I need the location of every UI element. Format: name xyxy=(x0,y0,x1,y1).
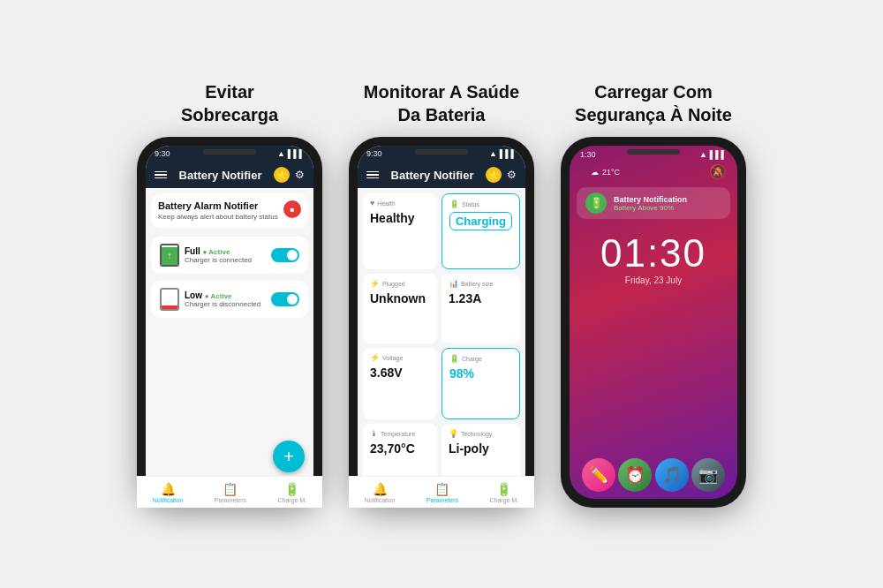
cell-voltage: ⚡ Voltage 3.68V xyxy=(363,348,437,419)
star-button[interactable]: ⭐ xyxy=(274,167,290,183)
voltage-icon: ⚡ xyxy=(370,353,380,362)
clock-display: 01:30 Friday, 23 July xyxy=(570,222,737,289)
temperature-label: 🌡 Temperature xyxy=(370,429,430,438)
cell-battery-size: 📊 Battery size 1.23A xyxy=(442,274,520,343)
alarm-title: Battery Alarm Notifier xyxy=(158,200,278,211)
time-3: 1:30 xyxy=(580,150,596,159)
battery-size-label: 📊 Battery size xyxy=(449,279,513,288)
chart-icon: 📊 xyxy=(449,279,458,288)
header-icons-1: ⭐ ⚙ xyxy=(274,167,305,183)
star-button-2[interactable]: ⭐ xyxy=(486,167,502,183)
low-battery-icon: ↓ xyxy=(160,288,179,311)
phone-3-inner: 1:30 ▲ ▌▌▌ ☁ 21°C 🔕 🔋 xyxy=(570,146,737,499)
status-icons-1: ▲ ▌▌▌ xyxy=(277,149,305,158)
technology-value: Li-poly xyxy=(449,441,513,456)
bottom-nav-1: 🔔 Notification 📋 Parameters 🔋 Charge M. xyxy=(146,476,313,499)
status-bar-3: 1:30 ▲ ▌▌▌ xyxy=(570,146,737,163)
low-label: Low ● Active xyxy=(185,290,260,300)
header-title-2: Battery Notifier xyxy=(391,169,474,182)
phone-1-screen: 9:30 ▲ ▌▌▌ Battery Notifier ⭐ ⚙ xyxy=(146,146,313,499)
gear-button[interactable]: ⚙ xyxy=(295,169,305,181)
full-label: Full ● Active xyxy=(185,246,252,256)
cell-plugged: ⚡ Plugged Unknown xyxy=(363,274,437,343)
wifi-icon-2: ▲ xyxy=(489,149,497,158)
weather-display: ☁ 21°C xyxy=(580,168,630,177)
notif-app-icon: 🔋 xyxy=(585,192,607,214)
nav-charge-label-1: Charge M. xyxy=(278,497,307,500)
notification-icon-2: 🔔 xyxy=(373,482,388,496)
charge-nav-icon-2: 🔋 xyxy=(496,482,511,496)
phone-3: 1:30 ▲ ▌▌▌ ☁ 21°C 🔕 🔋 xyxy=(561,137,746,508)
app-edit-icon[interactable]: ✏️ xyxy=(582,458,615,492)
status-icons-2: ▲ ▌▌▌ xyxy=(489,149,517,158)
nav-charge-label-2: Charge M. xyxy=(490,497,519,500)
clock-time: 01:30 xyxy=(570,231,737,275)
menu-button[interactable] xyxy=(155,171,167,179)
full-toggle[interactable] xyxy=(271,248,299,262)
battery-icon-status: 🔋 xyxy=(449,200,459,208)
full-item-card: ↑ Full ● Active Charger is connected xyxy=(151,237,308,274)
phone-1: 9:30 ▲ ▌▌▌ Battery Notifier ⭐ ⚙ xyxy=(137,137,322,508)
app-clock-icon[interactable]: ⏰ xyxy=(618,458,652,492)
bell-muted-icon: 🔕 xyxy=(709,163,727,180)
nav-parameters-2[interactable]: 📋 Parameters xyxy=(426,482,458,500)
low-item-card: ↓ Low ● Active Charger is disconnected xyxy=(151,281,308,318)
weather-temp: 21°C xyxy=(602,168,620,177)
nav-notification-1[interactable]: 🔔 Notification xyxy=(153,482,184,500)
status-bar-2: 9:30 ▲ ▌▌▌ xyxy=(358,146,525,162)
nav-parameters-label-1: Parameters xyxy=(215,497,246,500)
notif-title: Battery Notification xyxy=(614,195,687,204)
phone-2-title: Monitorar A SaúdeDa Bateria xyxy=(364,80,519,126)
voltage-label: ⚡ Voltage xyxy=(370,353,430,362)
app-camera-icon[interactable]: 📷 xyxy=(691,458,725,492)
nav-charge-2[interactable]: 🔋 Charge M. xyxy=(490,482,519,500)
header-icons-2: ⭐ ⚙ xyxy=(486,167,517,183)
parameters-icon-2: 📋 xyxy=(434,482,449,496)
phone-1-wrapper: EvitarSobrecarga 9:30 ▲ ▌▌▌ Battery Noti… xyxy=(137,80,322,508)
full-item-left: ↑ Full ● Active Charger is connected xyxy=(160,244,252,267)
battery-size-value: 1.23A xyxy=(449,291,513,305)
stop-button[interactable] xyxy=(283,200,301,218)
alarm-subtitle: Keep always alert about battery status xyxy=(158,213,278,221)
menu-button-2[interactable] xyxy=(366,171,379,179)
fab-button[interactable]: + xyxy=(273,441,305,472)
cell-health: ♥ Health Healthy xyxy=(363,193,437,269)
time-2: 9:30 xyxy=(366,149,382,158)
voltage-value: 3.68V xyxy=(370,366,430,380)
header-2: Battery Notifier ⭐ ⚙ xyxy=(358,162,525,188)
phone-3-screen: 1:30 ▲ ▌▌▌ ☁ 21°C 🔕 🔋 xyxy=(570,146,737,499)
phone-1-title: EvitarSobrecarga xyxy=(181,80,278,126)
full-active-badge: ● Active xyxy=(203,248,230,256)
gear-button-2[interactable]: ⚙ xyxy=(507,169,517,181)
notification-card: 🔋 Battery Notification Battery Above 90% xyxy=(577,187,730,219)
plugged-label: ⚡ Plugged xyxy=(370,279,430,288)
status-bar-1: 9:30 ▲ ▌▌▌ xyxy=(146,146,313,162)
full-battery-icon: ↑ xyxy=(160,244,179,267)
health-value: Healthy xyxy=(370,211,430,225)
charge-label: 🔋 Charge xyxy=(449,354,512,363)
phone-3-wrapper: Carregar ComSegurança À Noite 1:30 ▲ ▌▌▌… xyxy=(561,80,746,508)
nav-charge-1[interactable]: 🔋 Charge M. xyxy=(278,482,307,500)
nav-notification-2[interactable]: 🔔 Notification xyxy=(365,482,396,500)
clock-date: Friday, 23 July xyxy=(570,275,737,285)
status-icons-3: ▲ ▌▌▌ xyxy=(699,150,727,159)
signal-icon-2: ▌▌▌ xyxy=(500,149,517,158)
charge-icon: 🔋 xyxy=(449,354,459,363)
phone-3-title: Carregar ComSegurança À Noite xyxy=(575,80,732,126)
low-toggle[interactable] xyxy=(271,292,299,306)
nav-parameters-1[interactable]: 📋 Parameters xyxy=(215,482,246,500)
app-dock: ✏️ ⏰ 🎵 📷 xyxy=(570,451,737,499)
plugged-value: Unknown xyxy=(370,291,430,305)
battery-grid: ♥ Health Healthy 🔋 Status Charging xyxy=(358,188,525,499)
wifi-icon-3: ▲ xyxy=(699,150,707,159)
cloud-icon: ☁ xyxy=(591,168,599,177)
low-item-info: Low ● Active Charger is disconnected xyxy=(185,290,260,308)
nav-notification-label-2: Notification xyxy=(365,497,396,500)
bottom-nav-2: 🔔 Notification 📋 Parameters 🔋 Charge M. xyxy=(358,476,525,499)
full-item-info: Full ● Active Charger is connected xyxy=(185,246,252,264)
heart-icon: ♥ xyxy=(370,199,374,207)
cell-status: 🔋 Status Charging xyxy=(442,193,520,269)
header-1: Battery Notifier ⭐ ⚙ xyxy=(146,162,313,188)
app-music-icon[interactable]: 🎵 xyxy=(655,458,689,492)
parameters-icon-1: 📋 xyxy=(223,482,238,496)
